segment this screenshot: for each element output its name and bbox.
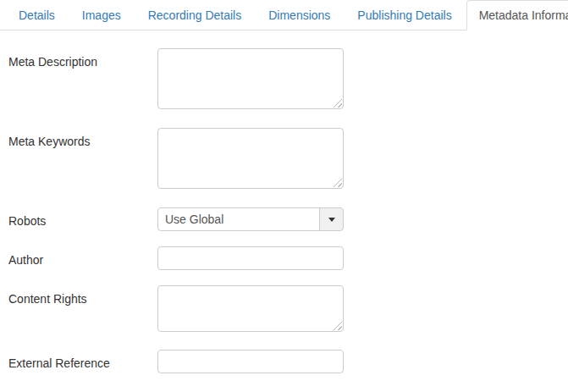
meta-keywords-label: Meta Keywords [8, 128, 157, 148]
tab-dimensions[interactable]: Dimensions [256, 0, 345, 30]
tab-metadata-information[interactable]: Metadata Information [466, 0, 568, 30]
tab-bar: Details Images Recording Details Dimensi… [0, 0, 568, 30]
tab-recording-details[interactable]: Recording Details [135, 0, 256, 30]
tab-metadata-information-label[interactable]: Metadata Information [466, 0, 568, 30]
content-rights-label: Content Rights [8, 285, 157, 306]
external-reference-row: External Reference [8, 350, 568, 373]
external-reference-label: External Reference [8, 350, 157, 370]
content-rights-textarea[interactable] [157, 285, 344, 332]
author-input[interactable] [157, 246, 344, 270]
author-row: Author [8, 246, 568, 270]
tab-details-label[interactable]: Details [6, 0, 68, 30]
robots-label: Robots [8, 207, 157, 228]
tab-images-label[interactable]: Images [69, 0, 134, 30]
meta-description-textarea[interactable] [157, 48, 344, 109]
content-rights-row: Content Rights [8, 285, 568, 332]
external-reference-input[interactable] [157, 350, 344, 373]
tab-images[interactable]: Images [69, 0, 135, 30]
robots-dropdown-button[interactable] [319, 207, 344, 231]
robots-row: Robots Use Global [8, 207, 568, 231]
tab-recording-details-label[interactable]: Recording Details [135, 0, 255, 30]
meta-description-field [157, 48, 344, 109]
robots-select[interactable]: Use Global [157, 207, 344, 231]
content-rights-field [157, 285, 344, 332]
tab-details[interactable]: Details [6, 0, 69, 30]
tab-dimensions-label[interactable]: Dimensions [256, 0, 343, 30]
tab-publishing-details-label[interactable]: Publishing Details [345, 0, 464, 30]
meta-keywords-textarea[interactable] [157, 128, 344, 189]
meta-description-row: Meta Description [8, 48, 568, 109]
meta-keywords-field [157, 128, 344, 189]
meta-description-label: Meta Description [8, 48, 157, 69]
robots-selected-value[interactable]: Use Global [157, 207, 320, 231]
caret-down-icon [328, 218, 335, 222]
tab-publishing-details[interactable]: Publishing Details [345, 0, 466, 30]
metadata-form: Meta Description Meta Keywords Robots Us… [0, 30, 568, 373]
meta-keywords-row: Meta Keywords [8, 128, 568, 189]
author-label: Author [8, 246, 157, 267]
